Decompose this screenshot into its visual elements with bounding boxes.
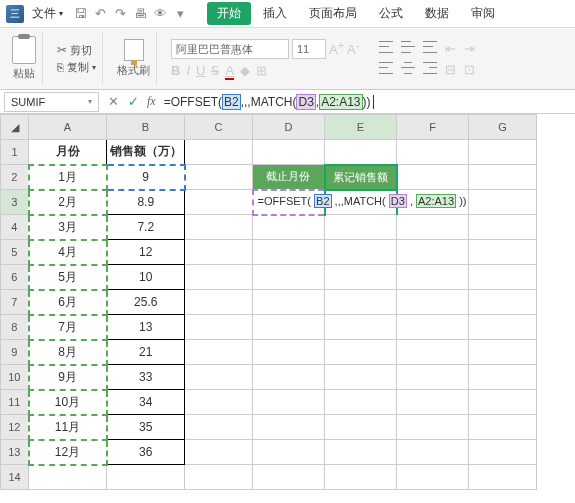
fx-icon[interactable]: fx: [147, 94, 156, 109]
cell-G4[interactable]: [469, 215, 537, 240]
cell-B11[interactable]: 34: [107, 390, 185, 415]
cell-A8[interactable]: 7月: [29, 315, 107, 340]
align-top-icon[interactable]: [379, 41, 393, 53]
cell-C14[interactable]: [185, 465, 253, 490]
align-right-icon[interactable]: [423, 62, 437, 74]
cell-B6[interactable]: 10: [107, 265, 185, 290]
indent-left-icon[interactable]: ⇤: [445, 41, 456, 56]
cell-D6[interactable]: [253, 265, 325, 290]
indent-right-icon[interactable]: ⇥: [464, 41, 475, 56]
strike-button[interactable]: S̶: [211, 63, 219, 78]
cell-E10[interactable]: [325, 365, 397, 390]
qat-more-icon[interactable]: ▾: [171, 5, 189, 23]
cell-B7[interactable]: 25.6: [107, 290, 185, 315]
cancel-button[interactable]: ✕: [103, 94, 123, 109]
cell-D8[interactable]: [253, 315, 325, 340]
cell-C3[interactable]: [185, 190, 253, 215]
col-A[interactable]: A: [29, 115, 107, 140]
row-6[interactable]: 6: [1, 265, 29, 290]
copy-button[interactable]: ⎘复制▾: [57, 60, 96, 75]
cell-A6[interactable]: 5月: [29, 265, 107, 290]
cell-F13[interactable]: [397, 440, 469, 465]
file-menu[interactable]: 文件▾: [26, 3, 69, 24]
cell-B4[interactable]: 7.2: [107, 215, 185, 240]
cell-E1[interactable]: [325, 140, 397, 165]
row-10[interactable]: 10: [1, 365, 29, 390]
name-box[interactable]: SUMIF▾: [4, 92, 99, 112]
cell-B3[interactable]: 8.9: [107, 190, 185, 215]
cell-B10[interactable]: 33: [107, 365, 185, 390]
cell-F4[interactable]: [397, 215, 469, 240]
cell-E6[interactable]: [325, 265, 397, 290]
confirm-button[interactable]: ✓: [123, 94, 143, 109]
row-2[interactable]: 2: [1, 165, 29, 190]
row-4[interactable]: 4: [1, 215, 29, 240]
cell-F9[interactable]: [397, 340, 469, 365]
row-7[interactable]: 7: [1, 290, 29, 315]
cell-B8[interactable]: 13: [107, 315, 185, 340]
cell-E4[interactable]: [325, 215, 397, 240]
cell-G8[interactable]: [469, 315, 537, 340]
cell-F1[interactable]: [397, 140, 469, 165]
cell-E9[interactable]: [325, 340, 397, 365]
cell-D5[interactable]: [253, 240, 325, 265]
tab-review[interactable]: 审阅: [461, 2, 505, 25]
cell-C4[interactable]: [185, 215, 253, 240]
cell-A10[interactable]: 9月: [29, 365, 107, 390]
cut-button[interactable]: ✂剪切: [57, 43, 96, 58]
cell-D1[interactable]: [253, 140, 325, 165]
grow-font-icon[interactable]: A+: [329, 39, 344, 59]
cell-G3[interactable]: [469, 190, 537, 215]
cell-F11[interactable]: [397, 390, 469, 415]
redo-icon[interactable]: ↷: [111, 5, 129, 23]
cell-D14[interactable]: [253, 465, 325, 490]
cell-A5[interactable]: 4月: [29, 240, 107, 265]
select-all[interactable]: ◢: [1, 115, 29, 140]
cell-D12[interactable]: [253, 415, 325, 440]
cell-F14[interactable]: [397, 465, 469, 490]
row-9[interactable]: 9: [1, 340, 29, 365]
cell-B13[interactable]: 36: [107, 440, 185, 465]
row-11[interactable]: 11: [1, 390, 29, 415]
cell-B9[interactable]: 21: [107, 340, 185, 365]
cell-C8[interactable]: [185, 315, 253, 340]
formula-input[interactable]: =OFFSET(B2,,,MATCH(D3,A2:A13)): [160, 95, 575, 109]
cell-G6[interactable]: [469, 265, 537, 290]
tab-data[interactable]: 数据: [415, 2, 459, 25]
cell-A9[interactable]: 8月: [29, 340, 107, 365]
row-13[interactable]: 13: [1, 440, 29, 465]
cell-B5[interactable]: 12: [107, 240, 185, 265]
cell-D2[interactable]: 截止月份: [253, 165, 325, 190]
cell-G1[interactable]: [469, 140, 537, 165]
cell-C12[interactable]: [185, 415, 253, 440]
align-bot-icon[interactable]: [423, 41, 437, 53]
cell-C5[interactable]: [185, 240, 253, 265]
cell-D7[interactable]: [253, 290, 325, 315]
row-12[interactable]: 12: [1, 415, 29, 440]
undo-icon[interactable]: ↶: [91, 5, 109, 23]
cell-A7[interactable]: 6月: [29, 290, 107, 315]
cell-D3[interactable]: =OFFSET( B2 ,,,MATCH( D3 , A2:A13 )): [253, 190, 325, 215]
size-select[interactable]: [292, 39, 326, 59]
align-left-icon[interactable]: [379, 62, 393, 74]
cell-B12[interactable]: 35: [107, 415, 185, 440]
cell-F8[interactable]: [397, 315, 469, 340]
row-1[interactable]: 1: [1, 140, 29, 165]
fillcolor-button[interactable]: ◆: [240, 63, 250, 78]
tab-layout[interactable]: 页面布局: [299, 2, 367, 25]
cell-C1[interactable]: [185, 140, 253, 165]
brush-icon[interactable]: [124, 39, 144, 61]
cell-G7[interactable]: [469, 290, 537, 315]
bold-button[interactable]: B: [171, 63, 180, 78]
cell-C2[interactable]: [185, 165, 253, 190]
cell-F2[interactable]: [397, 165, 469, 190]
row-5[interactable]: 5: [1, 240, 29, 265]
shrink-font-icon[interactable]: A-: [347, 39, 359, 59]
cell-A12[interactable]: 11月: [29, 415, 107, 440]
cell-G14[interactable]: [469, 465, 537, 490]
paste-icon[interactable]: [12, 36, 36, 64]
font-select[interactable]: [171, 39, 289, 59]
cell-D11[interactable]: [253, 390, 325, 415]
cell-D10[interactable]: [253, 365, 325, 390]
cell-E7[interactable]: [325, 290, 397, 315]
